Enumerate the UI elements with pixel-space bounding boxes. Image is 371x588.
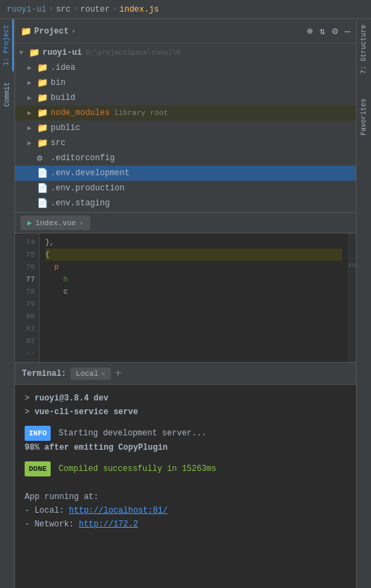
term-line-local: - Local: http://localhost:81/ (25, 504, 346, 517)
tree-chevron-src: ▶ (27, 139, 36, 147)
code-line-80: h (45, 273, 342, 285)
folder-icon-bin: 📁 (37, 77, 48, 88)
code-lines[interactable]: }, { p h c (40, 233, 348, 362)
tree-label-env-staging: .env.staging (51, 199, 110, 208)
breadcrumb-chevron-3: › (112, 5, 116, 13)
term-gap-2 (25, 455, 346, 461)
right-code-label: consta (348, 261, 356, 270)
code-line-82: c (45, 285, 342, 298)
breadcrumb-file: index.js (119, 5, 159, 14)
info-badge: INFO (25, 426, 51, 441)
terminal-tab-close-icon[interactable]: ✕ (101, 370, 105, 378)
term-gap-4 (25, 483, 346, 490)
done-badge: DONE (25, 461, 51, 476)
tree-label-env-prod: .env.production (51, 183, 125, 193)
tree-item-idea[interactable]: ▶ 📁 .idea (15, 60, 356, 75)
library-root-label: library root (114, 109, 168, 117)
code-scrollbar[interactable]: consta (348, 233, 356, 362)
terminal-section: Terminal: Local ✕ + > ruoyi@3.8.4 dev > … (15, 362, 356, 588)
tree-chevron-idea: ▶ (27, 64, 36, 72)
tree-item-public[interactable]: ▶ 📁 public (15, 120, 356, 136)
tree-item-env-staging[interactable]: 📄 .env.staging (15, 196, 356, 211)
line-num-77: 77 (15, 273, 35, 285)
right-side-tabs: 7: Structure Favorites (356, 19, 371, 588)
term-bold-98: 98% after emitting CopyPlugin (25, 443, 168, 452)
tree-item-bin[interactable]: ▶ 📁 bin (15, 75, 356, 90)
breadcrumb-chevron-2: › (73, 5, 77, 13)
term-cmd-2: vue-cli-service serve (34, 407, 138, 417)
toolbar-icons: ⊕ ⇅ ⚙ — (307, 25, 350, 37)
tree-chevron-bin: ▶ (27, 79, 36, 87)
close-tab-icon[interactable]: ✕ (79, 219, 84, 227)
tree-item-env-dev[interactable]: 📄 .env.development (15, 166, 356, 181)
terminal-tab-local[interactable]: Local ✕ (71, 368, 111, 380)
term-local-url[interactable]: http://localhost:81/ (69, 506, 168, 515)
term-gap-1 (25, 419, 346, 426)
tree-label-bin: bin (51, 78, 66, 88)
folder-icon-idea: 📁 (37, 62, 48, 73)
globe-icon[interactable]: ⊕ (307, 25, 312, 37)
terminal-body[interactable]: > ruoyi@3.8.4 dev > vue-cli-service serv… (15, 385, 356, 588)
code-tab-bar: ▶ index.vue ✕ (15, 213, 356, 233)
line-num-dash: -- (15, 347, 35, 359)
file-tree: ▼ 📁 ruoyi-ui D:\projectSpace\ruoyi\R ▶ 📁… (15, 44, 356, 212)
term-app-text: App running at: (25, 492, 99, 502)
panel-title: 📁 Project ▾ (21, 26, 75, 37)
term-prompt-2: > (25, 407, 34, 417)
terminal-tab-bar: Terminal: Local ✕ + (15, 363, 356, 385)
term-cmd-1: ruoyi@3.8.4 dev (34, 394, 108, 403)
tree-label-build: build (51, 93, 75, 103)
breadcrumb: ruoyi-ui › src › router › index.js (7, 5, 159, 14)
code-line-78: p (45, 261, 342, 273)
term-prompt-1: > (25, 394, 34, 403)
line-num-81: 81 (15, 322, 35, 335)
content-area: 📁 Project ▾ ⊕ ⇅ ⚙ — ▼ 📁 ruoyi-ui (15, 19, 356, 588)
breadcrumb-chevron-1: › (49, 5, 53, 13)
term-line-network: - Network: http://172.2 (25, 517, 346, 531)
code-tab-label: index.vue (36, 219, 76, 227)
title-bar: ruoyi-ui › src › router › index.js (0, 0, 371, 19)
tree-label-editorconfig: .editorconfig (51, 153, 115, 163)
tree-item-node-modules[interactable]: ▶ 📁 node_modules library root (15, 105, 356, 120)
code-line-77: { (45, 248, 342, 261)
line-num-80: 80 (15, 310, 35, 322)
term-done-text: Compiled successfully in 15263ms (59, 464, 216, 474)
folder-icon-node-modules: 📁 (37, 107, 48, 118)
code-line-76: }, (45, 236, 342, 248)
tree-item-editorconfig[interactable]: ⚙ .editorconfig (15, 151, 356, 166)
code-panel: ▶ index.vue ✕ 74 75 76 77 78 79 80 81 (15, 213, 356, 362)
main-layout: 1: Project Commit 📁 Project ▾ ⊕ ⇅ ⚙ — (0, 19, 371, 588)
term-network-label: - Network: (25, 520, 79, 529)
terminal-add-button[interactable]: + (115, 368, 122, 380)
project-path: D:\projectSpace\ruoyi\R (86, 49, 181, 57)
side-tabs-left: 1: Project Commit (0, 19, 15, 588)
sidebar-item-favorites[interactable]: Favorites (358, 93, 370, 141)
tree-chevron-root: ▼ (19, 49, 27, 57)
tree-chevron-node-modules: ▶ (27, 109, 36, 117)
line-num-76: 76 (15, 261, 35, 273)
sidebar-item-structure[interactable]: 7: Structure (358, 19, 370, 79)
tree-item-ruoyi-ui[interactable]: ▼ 📁 ruoyi-ui D:\projectSpace\ruoyi\R (15, 45, 356, 60)
minimize-icon[interactable]: — (345, 26, 350, 37)
term-line-1: > ruoyi@3.8.4 dev (25, 392, 346, 405)
sidebar-item-project[interactable]: 1: Project (1, 19, 14, 71)
tree-label-idea: .idea (51, 63, 75, 73)
term-line-done: DONE Compiled successfully in 15263ms (25, 461, 346, 476)
tree-chevron-public: ▶ (27, 124, 36, 132)
code-tab-index-vue[interactable]: ▶ index.vue ✕ (21, 216, 90, 230)
tree-item-env-prod[interactable]: 📄 .env.production (15, 181, 356, 196)
breadcrumb-router: router (80, 5, 110, 14)
split-icon[interactable]: ⇅ (320, 25, 325, 37)
tree-item-src[interactable]: ▶ 📁 src (15, 136, 356, 151)
term-network-url[interactable]: http://172.2 (79, 520, 138, 529)
dropdown-chevron[interactable]: ▾ (71, 27, 75, 36)
term-line-98: 98% after emitting CopyPlugin (25, 441, 346, 455)
folder-icon-src: 📁 (37, 138, 48, 149)
sidebar-item-commit-icon[interactable]: Commit (1, 77, 13, 112)
tree-item-build[interactable]: ▶ 📁 build (15, 90, 356, 105)
file-icon-env-staging: 📄 (37, 198, 48, 209)
settings-icon[interactable]: ⚙ (332, 25, 337, 37)
folder-icon-build: 📁 (37, 92, 48, 103)
line-num-79: 79 (15, 298, 35, 310)
tree-label-public: public (51, 123, 80, 133)
